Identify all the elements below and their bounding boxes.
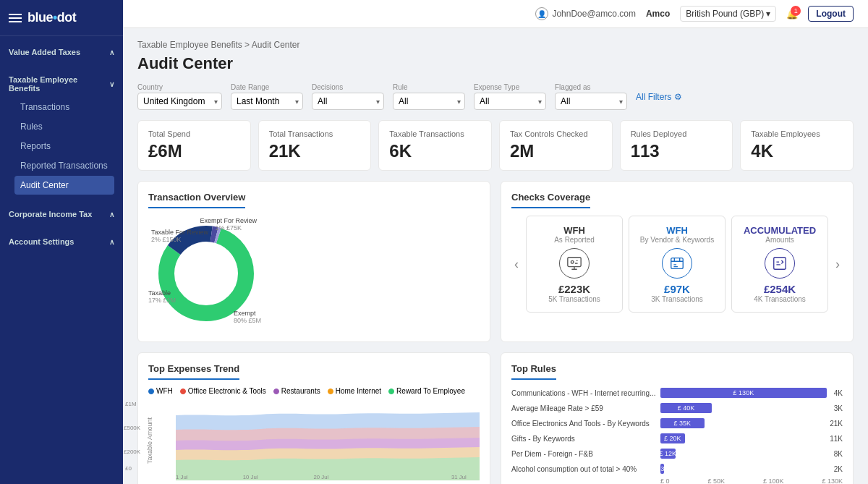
sidebar-item-reported-transactions[interactable]: Reported Transactions [14, 156, 114, 175]
y-label-0: £0 [125, 465, 132, 472]
legend-item-3: Home Internet [328, 387, 381, 395]
transaction-overview-card: Transaction Overview Exe [137, 181, 490, 342]
filter-date-range: Date Range Last Month Last Quarter [231, 83, 303, 110]
sidebar-section-account: Account Settings ∧ [0, 226, 123, 253]
sidebar-sub-teb: Transactions Rules Reports Reported Tran… [9, 98, 114, 195]
check-card-2: ACCUMULATED Amounts £254K 4K Transaction… [731, 216, 828, 313]
donut-label-efr: Exempt For Review1% £75K [200, 217, 257, 232]
filter-decisions: Decisions All [312, 83, 384, 110]
y-label-200k: £200K [124, 449, 140, 455]
legend-item-1: Office Electronic & Tools [180, 387, 266, 395]
rule-row-1: Average Mileage Rate > £59 £ 40K 3K [511, 402, 843, 414]
carousel-prev-arrow[interactable]: ‹ [511, 254, 522, 275]
sidebar-section-vat-label[interactable]: Value Added Taxes ∧ [9, 43, 114, 61]
hamburger-menu[interactable] [9, 14, 22, 22]
filter-flagged-as: Flagged as All [555, 83, 627, 110]
donut-container: Exempt For Review1% £75K Taxable For Rev… [148, 216, 480, 331]
check-icon-2 [765, 248, 795, 279]
notification-bell[interactable]: 🔔 1 [786, 9, 798, 20]
check-card-0: WFH As Reported £223K 5K Transactions [526, 216, 623, 313]
y-label-1m: £1M [125, 401, 137, 407]
rule-row-3: Gifts - By Keywords £ 20K 11K [511, 433, 843, 444]
donut-label-tfr: Taxable For Review2% £150K [151, 229, 208, 243]
country-select[interactable]: United Kingdom United States [137, 93, 222, 110]
expense-type-select[interactable]: All [474, 93, 546, 110]
sidebar-section-vat: Value Added Taxes ∧ [0, 36, 123, 64]
filter-expense-type: Expense Type All [474, 83, 546, 110]
checks-coverage-card: Checks Coverage ‹ WFH As Reported £223K … [501, 181, 854, 342]
app-logo: blue•dot [27, 10, 76, 25]
charts-row: Transaction Overview Exe [137, 181, 854, 342]
stat-card-2: Taxable Transactions6K [378, 120, 492, 171]
svg-rect-7 [774, 258, 786, 270]
sidebar-item-transactions[interactable]: Transactions [14, 98, 114, 116]
filter-country: Country United Kingdom United States [137, 83, 222, 110]
y-axis-label: Taxable Amount [146, 417, 153, 464]
page-title: Audit Center [137, 54, 854, 73]
all-filters-button[interactable]: All Filters ⚙ [636, 92, 682, 102]
flagged-as-select[interactable]: All [555, 93, 627, 110]
donut-label-exempt: Exempt80% £5M [234, 310, 261, 324]
checks-cards-container: WFH As Reported £223K 5K Transactions WF… [526, 216, 828, 313]
stat-card-5: Taxable Employees4K [740, 120, 854, 171]
logout-button[interactable]: Logout [808, 6, 854, 22]
sidebar: blue•dot Value Added Taxes ∧ Taxable Emp… [0, 0, 123, 484]
x-axis-label-3: £ 130K [822, 477, 843, 484]
trend-chart-wrapper: Taxable Amount [148, 401, 480, 480]
x-axis-label-0: £ 0 [660, 477, 670, 484]
main-content: 👤 JohnDoe@amco.com Amco British Pound (G… [123, 0, 868, 484]
chevron-up-icon: ∧ [109, 238, 114, 246]
decisions-select[interactable]: All [312, 93, 384, 110]
svg-point-5 [571, 260, 574, 263]
sidebar-item-reports[interactable]: Reports [14, 137, 114, 156]
breadcrumb: Taxable Employee Benefits > Audit Center [137, 40, 854, 50]
svg-text:10 Jul: 10 Jul [243, 474, 258, 480]
trend-legend: WFHOffice Electronic & ToolsRestaurantsH… [148, 387, 480, 395]
x-axis-label-2: £ 100K [763, 477, 784, 484]
chevron-down-icon: ∨ [109, 80, 114, 88]
rule-row-2: Office Electronics And Tools - By Keywor… [511, 417, 843, 429]
sidebar-item-rules[interactable]: Rules [14, 117, 114, 136]
sidebar-header: blue•dot [0, 0, 123, 36]
legend-item-0: WFH [148, 387, 173, 395]
trend-chart: 1 Jul 10 Jul 20 Jul 31 Jul [176, 401, 480, 480]
rule-row-5: Alcohol consumption out of total > 40% £… [511, 463, 843, 475]
chevron-up-icon: ∧ [109, 211, 114, 218]
stat-card-1: Total Transactions21K [258, 120, 372, 171]
topbar-user: 👤 JohnDoe@amco.com [535, 7, 636, 20]
check-icon-1 [662, 248, 692, 279]
sidebar-section-teb: Taxable Employee Benefits ∨ Transactions… [0, 64, 123, 198]
sidebar-section-account-label[interactable]: Account Settings ∧ [9, 233, 114, 250]
date-range-select[interactable]: Last Month Last Quarter [231, 93, 303, 110]
top-expenses-title: Top Expenses Trend [148, 363, 239, 380]
checks-coverage-title: Checks Coverage [511, 192, 590, 208]
bottom-row: Top Expenses Trend WFHOffice Electronic … [137, 352, 854, 484]
rule-row-4: Per Diem - Foreign - F&B £ 12K 8K [511, 448, 843, 459]
donut-chart: Exempt For Review1% £75K Taxable For Rev… [148, 216, 264, 331]
filter-rule: Rule All [393, 83, 465, 110]
breadcrumb-parent[interactable]: Taxable Employee Benefits [137, 40, 242, 50]
svg-text:20 Jul: 20 Jul [313, 474, 328, 480]
sidebar-item-audit-center[interactable]: Audit Center [14, 176, 114, 195]
chevron-down-icon: ▾ [766, 9, 770, 19]
sidebar-section-cit-label[interactable]: Corporate Income Tax ∧ [9, 205, 114, 223]
top-rules-card: Top Rules Communications - WFH - Interne… [501, 352, 854, 484]
rule-select[interactable]: All [393, 93, 465, 110]
donut-label-taxable: Taxable17% £1M [148, 289, 176, 304]
notification-badge: 1 [791, 6, 801, 16]
breadcrumb-current: Audit Center [252, 40, 300, 50]
stat-card-0: Total Spend£6M [137, 120, 251, 171]
filters-bar: Country United Kingdom United States Dat… [137, 83, 854, 110]
carousel-next-arrow[interactable]: › [833, 254, 843, 275]
svg-text:31 Jul: 31 Jul [451, 474, 467, 480]
currency-selector[interactable]: British Pound (GBP) ▾ [680, 6, 776, 22]
x-axis-label-1: £ 50K [707, 477, 725, 484]
sidebar-section-cit: Corporate Income Tax ∧ [0, 198, 123, 226]
stat-card-3: Tax Controls Checked2M [499, 120, 613, 171]
check-card-1: WFH By Vendor & Keywords £97K 3K Transac… [629, 216, 726, 313]
y-label-500k: £500K [124, 425, 140, 431]
stat-card-4: Rules Deployed113 [620, 120, 733, 171]
legend-item-2: Restaurants [273, 387, 320, 395]
sidebar-section-teb-label[interactable]: Taxable Employee Benefits ∨ [9, 71, 114, 97]
transaction-overview-title: Transaction Overview [148, 192, 245, 208]
